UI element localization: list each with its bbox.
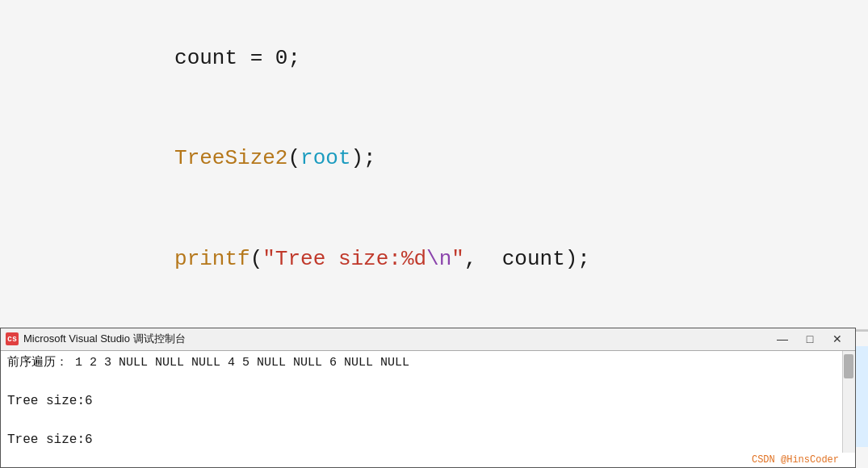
code-line-2: TreeSize2(root); [48, 109, 820, 210]
scrollbar-thumb[interactable] [844, 354, 853, 378]
console-window: cs Microsoft Visual Studio 调试控制台 — □ ✕ 前… [0, 328, 856, 469]
console-body: 前序遍历： 1 2 3 NULL NULL NULL 4 5 NULL NULL… [1, 351, 855, 453]
console-scrollbar[interactable] [842, 351, 855, 453]
output-line-3: Tree size:6 [7, 430, 832, 449]
close-button[interactable]: ✕ [824, 330, 850, 348]
output-line-1: 前序遍历： 1 2 3 NULL NULL NULL 4 5 NULL NULL… [7, 354, 832, 373]
code-block-1: count = 0; TreeSize2(root); printf("Tree… [0, 0, 868, 330]
minimize-button[interactable]: — [769, 330, 795, 348]
code-line-3: printf("Tree size:%d\n", count); [48, 210, 820, 311]
main-container: count = 0; TreeSize2(root); printf("Tree… [0, 0, 868, 468]
console-title: Microsoft Visual Studio 调试控制台 [23, 332, 765, 346]
watermark: CSDN @HinsCoder [752, 454, 839, 466]
restore-button[interactable]: □ [797, 330, 823, 348]
console-footer: CSDN @HinsCoder [1, 453, 855, 467]
console-icon: cs [6, 332, 19, 345]
console-output: 前序遍历： 1 2 3 NULL NULL NULL 4 5 NULL NULL… [7, 354, 849, 450]
code-line-1: count = 0; [48, 8, 820, 109]
console-titlebar: cs Microsoft Visual Studio 调试控制台 — □ ✕ [1, 328, 855, 351]
output-line-2: Tree size:6 [7, 391, 832, 411]
console-controls: — □ ✕ [769, 330, 850, 348]
